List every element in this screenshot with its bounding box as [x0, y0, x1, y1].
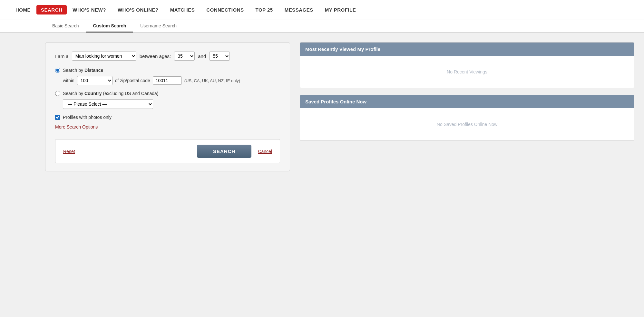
recently-viewed-widget: Most Recently Viewed My Profile No Recen… [300, 42, 634, 88]
tab-custom-search[interactable]: Custom Search [86, 20, 133, 33]
action-bar: Reset SEARCH Cancel [55, 139, 280, 163]
zip-note: (US, CA, UK, AU, NZ, IE only) [184, 78, 240, 83]
distance-radio[interactable] [55, 68, 60, 73]
action-right: SEARCH Cancel [197, 145, 272, 158]
country-option-row: Search by Country (excluding US and Cana… [55, 91, 280, 96]
photos-label[interactable]: Profiles with photos only [63, 115, 112, 120]
more-search-options-link[interactable]: More Search Options [55, 124, 98, 130]
distance-select[interactable]: 5102550 75100150 200250500 [77, 76, 112, 85]
nav-search[interactable]: SEARCH [36, 5, 67, 14]
of-zip-label: of zip/postal code [115, 78, 150, 83]
recently-viewed-empty-text: No Recent Viewings [447, 69, 487, 74]
nav-messages[interactable]: MESSAGES [279, 7, 319, 13]
saved-profiles-header: Saved Profiles Online Now [300, 95, 634, 108]
recently-viewed-body: No Recent Viewings [300, 56, 634, 88]
saved-profiles-empty-text: No Saved Profiles Online Now [437, 122, 497, 127]
country-label[interactable]: Search by Country (excluding US and Cana… [63, 91, 159, 96]
country-select-row: — Please Select — United Kingdom Austral… [63, 99, 280, 109]
distance-label[interactable]: Search by Distance [63, 68, 103, 73]
reset-link[interactable]: Reset [63, 149, 75, 154]
nav-connections[interactable]: CONNECTIONS [200, 7, 249, 13]
saved-profiles-widget: Saved Profiles Online Now No Saved Profi… [300, 95, 634, 141]
age-to-select[interactable]: 18253035 40455055 60657075 [209, 52, 230, 61]
search-button[interactable]: SEARCH [197, 145, 251, 158]
tab-basic-search[interactable]: Basic Search [45, 20, 86, 33]
age-from-select[interactable]: 18253035 40455055 606570 [174, 52, 195, 61]
photos-checkbox-row: Profiles with photos only [55, 115, 280, 120]
nav-my-profile[interactable]: MY PROFILE [319, 7, 362, 13]
country-radio[interactable] [55, 91, 60, 96]
recently-viewed-header: Most Recently Viewed My Profile [300, 43, 634, 56]
search-card: I am a Man looking for women Man looking… [45, 42, 290, 171]
cancel-link[interactable]: Cancel [258, 149, 272, 154]
top-nav: HOME SEARCH WHO'S NEW? WHO'S ONLINE? MAT… [0, 0, 644, 20]
nav-whos-online[interactable]: WHO'S ONLINE? [112, 7, 164, 13]
iam-label: I am a [55, 53, 69, 59]
looking-for-select[interactable]: Man looking for women Man looking for me… [72, 52, 136, 61]
photos-checkbox[interactable] [55, 115, 60, 120]
saved-profiles-body: No Saved Profiles Online Now [300, 108, 634, 140]
country-select[interactable]: — Please Select — United Kingdom Austral… [63, 99, 153, 109]
nav-whos-new[interactable]: WHO'S NEW? [67, 7, 112, 13]
iam-row: I am a Man looking for women Man looking… [55, 52, 280, 61]
and-label: and [198, 53, 206, 59]
tab-username-search[interactable]: Username Search [133, 20, 184, 33]
sub-nav: Basic Search Custom Search Username Sear… [0, 20, 644, 33]
distance-details-row: within 5102550 75100150 200250500 of zip… [63, 76, 280, 85]
within-label: within [63, 78, 74, 83]
zip-input[interactable] [153, 76, 182, 85]
between-ages-label: between ages: [140, 53, 171, 59]
nav-home[interactable]: HOME [10, 7, 36, 13]
nav-top25[interactable]: TOP 25 [250, 7, 279, 13]
page-body: I am a Man looking for women Man looking… [0, 33, 644, 181]
nav-matches[interactable]: MATCHES [164, 7, 201, 13]
distance-option-row: Search by Distance [55, 68, 280, 73]
sidebar: Most Recently Viewed My Profile No Recen… [300, 42, 634, 171]
